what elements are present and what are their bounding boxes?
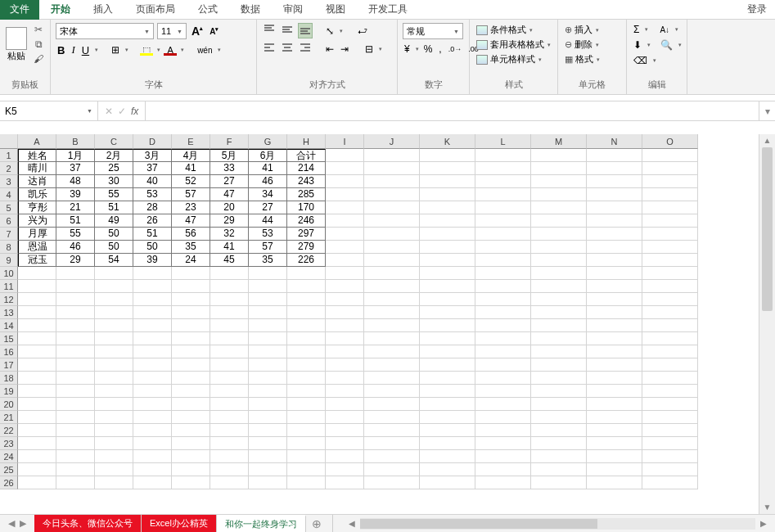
cell-H21[interactable] xyxy=(287,411,326,424)
horizontal-scrollbar[interactable]: ◀ ▶ xyxy=(345,518,770,530)
fill-button[interactable]: ⬇ xyxy=(632,38,643,52)
cell-B20[interactable] xyxy=(56,398,95,411)
cell-A7[interactable]: 月厚 xyxy=(18,228,56,241)
sheet-nav-prev[interactable]: ◀ xyxy=(8,518,15,529)
cell-N7[interactable] xyxy=(587,228,642,241)
cell-O11[interactable] xyxy=(642,280,698,293)
cell-N3[interactable] xyxy=(587,175,642,188)
font-size-select[interactable]: 11▼ xyxy=(157,23,187,39)
cell-I25[interactable] xyxy=(326,463,364,476)
align-right-button[interactable] xyxy=(298,42,313,56)
cell-A11[interactable] xyxy=(18,280,56,293)
cell-F10[interactable] xyxy=(210,267,249,280)
cell-G17[interactable] xyxy=(249,358,287,372)
cell-M17[interactable] xyxy=(531,358,587,372)
sort-button[interactable]: A↓ xyxy=(658,25,671,35)
cell-B8[interactable]: 46 xyxy=(56,241,95,254)
cell-O5[interactable] xyxy=(642,201,698,214)
currency-button[interactable]: ¥ xyxy=(403,43,412,56)
cell-E14[interactable] xyxy=(172,319,210,332)
cell-J20[interactable] xyxy=(364,398,420,411)
cell-C24[interactable] xyxy=(95,450,133,463)
cell-H2[interactable]: 214 xyxy=(287,162,326,175)
login-link[interactable]: 登录 xyxy=(739,0,775,20)
cell-N15[interactable] xyxy=(587,332,642,345)
decrease-indent-button[interactable]: ⇤ xyxy=(324,43,336,56)
cell-O3[interactable] xyxy=(642,175,698,188)
cell-E23[interactable] xyxy=(172,437,210,450)
cell-L24[interactable] xyxy=(475,450,531,463)
cell-J12[interactable] xyxy=(364,293,420,306)
cell-L2[interactable] xyxy=(475,162,531,175)
cell-M19[interactable] xyxy=(531,385,587,398)
cell-O4[interactable] xyxy=(642,188,698,201)
cell-M11[interactable] xyxy=(531,280,587,293)
cell-K10[interactable] xyxy=(420,267,475,280)
cell-H19[interactable] xyxy=(287,385,326,398)
cell-D7[interactable]: 51 xyxy=(133,228,172,241)
cell-C13[interactable] xyxy=(95,306,133,319)
row-header-15[interactable]: 15 xyxy=(0,332,18,345)
cell-L9[interactable] xyxy=(475,254,531,267)
cell-E25[interactable] xyxy=(172,463,210,476)
cell-J10[interactable] xyxy=(364,267,420,280)
cell-J26[interactable] xyxy=(364,476,420,489)
cell-I19[interactable] xyxy=(326,385,364,398)
merge-button[interactable]: ⊟ xyxy=(363,43,375,56)
cell-L10[interactable] xyxy=(475,267,531,280)
cell-M26[interactable] xyxy=(531,476,587,489)
cell-I14[interactable] xyxy=(326,319,364,332)
cell-H1[interactable]: 合计 xyxy=(287,149,326,162)
ribbon-tab-1[interactable]: 插入 xyxy=(82,0,124,20)
cell-N17[interactable] xyxy=(587,358,642,372)
cell-C21[interactable] xyxy=(95,411,133,424)
cell-N24[interactable] xyxy=(587,450,642,463)
cell-D2[interactable]: 37 xyxy=(133,162,172,175)
cell-G23[interactable] xyxy=(249,437,287,450)
cell-E4[interactable]: 57 xyxy=(172,188,210,201)
cell-G8[interactable]: 57 xyxy=(249,241,287,254)
col-header-B[interactable]: B xyxy=(56,134,95,149)
align-top-button[interactable] xyxy=(262,24,277,38)
cell-E15[interactable] xyxy=(172,332,210,345)
cell-O17[interactable] xyxy=(642,358,698,372)
percent-button[interactable]: % xyxy=(422,43,435,56)
cell-N10[interactable] xyxy=(587,267,642,280)
cell-F11[interactable] xyxy=(210,280,249,293)
cell-H24[interactable] xyxy=(287,450,326,463)
cell-L12[interactable] xyxy=(475,293,531,306)
cell-I16[interactable] xyxy=(326,345,364,358)
cell-C9[interactable]: 54 xyxy=(95,254,133,267)
cell-D20[interactable] xyxy=(133,398,172,411)
cell-A14[interactable] xyxy=(18,319,56,332)
col-header-L[interactable]: L xyxy=(475,134,531,149)
cell-D26[interactable] xyxy=(133,476,172,489)
cell-E1[interactable]: 4月 xyxy=(172,149,210,162)
cell-G18[interactable] xyxy=(249,372,287,385)
cell-E22[interactable] xyxy=(172,424,210,437)
cell-I26[interactable] xyxy=(326,476,364,489)
cell-C10[interactable] xyxy=(95,267,133,280)
cell-D23[interactable] xyxy=(133,437,172,450)
row-header-22[interactable]: 22 xyxy=(0,424,18,437)
row-header-26[interactable]: 26 xyxy=(0,476,18,489)
cell-B18[interactable] xyxy=(56,372,95,385)
cell-G2[interactable]: 41 xyxy=(249,162,287,175)
cell-D14[interactable] xyxy=(133,319,172,332)
cell-M25[interactable] xyxy=(531,463,587,476)
cell-J25[interactable] xyxy=(364,463,420,476)
col-header-N[interactable]: N xyxy=(587,134,642,149)
cell-N25[interactable] xyxy=(587,463,642,476)
cell-C26[interactable] xyxy=(95,476,133,489)
number-format-select[interactable]: 常规▼ xyxy=(403,23,463,39)
row-header-1[interactable]: 1 xyxy=(0,149,18,162)
cell-F5[interactable]: 20 xyxy=(210,201,249,214)
scroll-down-button[interactable]: ▼ xyxy=(759,501,775,514)
cell-I23[interactable] xyxy=(326,437,364,450)
cell-C7[interactable]: 50 xyxy=(95,228,133,241)
col-header-D[interactable]: D xyxy=(133,134,172,149)
cell-M13[interactable] xyxy=(531,306,587,319)
cell-G26[interactable] xyxy=(249,476,287,489)
cell-F1[interactable]: 5月 xyxy=(210,149,249,162)
cell-K21[interactable] xyxy=(420,411,475,424)
